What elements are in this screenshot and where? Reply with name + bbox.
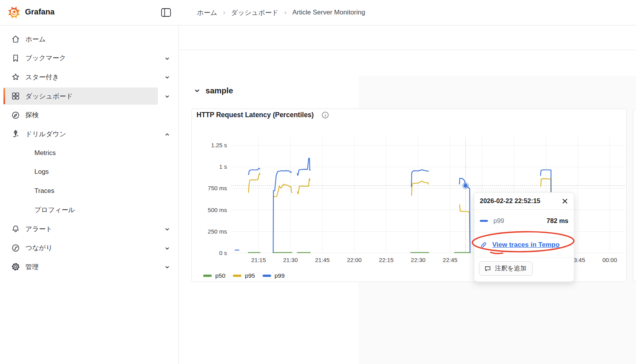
breadcrumb-separator: › xyxy=(223,9,225,16)
chevron-down-icon[interactable] xyxy=(164,93,170,100)
close-icon[interactable] xyxy=(561,198,568,205)
sidebar-item-label: プロフィール xyxy=(34,205,75,214)
sidebar-item-explore[interactable]: 探検 xyxy=(0,105,179,125)
sidebar-item-label: スター付き xyxy=(25,73,59,82)
section-title: sample xyxy=(205,86,233,95)
legend-item-p99[interactable]: p99 xyxy=(263,272,285,279)
app-title: Grafana xyxy=(25,7,55,16)
x-axis-tick: 22:30 xyxy=(411,257,426,263)
y-axis-tick: 1 s xyxy=(219,163,227,170)
sidebar-item-administration[interactable]: 管理 xyxy=(0,257,179,277)
x-axis-tick: 22:00 xyxy=(347,257,362,263)
p99-series-swatch xyxy=(480,220,488,222)
sidebar-item-label: Metrics xyxy=(34,149,56,157)
sidebar-item-label: 探検 xyxy=(25,111,39,120)
chevron-down-icon[interactable] xyxy=(164,226,170,232)
sidebar-item-label: アラート xyxy=(25,225,52,234)
breadcrumb-item-1[interactable]: ダッシュボード xyxy=(231,8,278,17)
tooltip-series-value: 782 ms xyxy=(547,217,568,225)
sidebar-item-bookmarks[interactable]: ブックマーク xyxy=(0,49,179,68)
breadcrumb-item-2: Article Server Monitoring xyxy=(293,9,365,16)
sidebar-toggle-icon[interactable] xyxy=(161,8,171,17)
legend-label: p95 xyxy=(245,272,255,279)
chart-tooltip: 2026-02-22 22:52:15 p99 782 ms View trac… xyxy=(474,192,574,282)
y-axis-tick: 250 ms xyxy=(208,228,227,235)
sidebar-item-home[interactable]: ホーム xyxy=(0,30,179,49)
sidebar-item-label: 管理 xyxy=(25,262,39,271)
sidebar-item-label: ホーム xyxy=(25,35,46,44)
x-axis-tick: 21:45 xyxy=(315,257,330,263)
dashboards-grid-icon xyxy=(11,91,20,101)
active-accent-bar xyxy=(4,88,5,105)
grafana-logo[interactable] xyxy=(7,5,21,20)
legend-label: p99 xyxy=(275,272,285,279)
y-axis-tick: 750 ms xyxy=(208,185,227,191)
x-axis-tick: 22:45 xyxy=(443,257,457,263)
add-annotation-label: 注釈を追加 xyxy=(495,264,526,273)
view-traces-link[interactable]: View traces in Tempo xyxy=(474,232,574,257)
gear-icon xyxy=(11,262,20,271)
sidebar-item-logs[interactable]: Logs xyxy=(0,162,179,182)
star-icon xyxy=(11,72,20,82)
add-annotation-button[interactable]: 注釈を追加 xyxy=(479,261,533,276)
bell-icon xyxy=(11,224,20,234)
tooltip-timestamp: 2026-02-22 22:52:15 xyxy=(480,197,540,205)
tooltip-series-row: p99 782 ms xyxy=(474,210,574,232)
home-icon xyxy=(11,34,20,44)
sidebar-item-drilldown[interactable]: ドリルダウン xyxy=(0,125,179,144)
x-axis-tick: 22:15 xyxy=(379,257,394,263)
sidebar-item-label: Logs xyxy=(34,168,49,176)
sidebar-item-connections[interactable]: つながり xyxy=(0,239,179,258)
chevron-down-icon[interactable] xyxy=(164,74,170,80)
sidebar-item-dashboards[interactable]: ダッシュボード xyxy=(0,87,179,106)
chevron-down-icon[interactable] xyxy=(164,55,170,62)
panel-title[interactable]: HTTP Request Latency (Percentiles) xyxy=(197,111,314,119)
legend-swatch-p95 xyxy=(233,275,241,277)
link-icon xyxy=(480,241,488,249)
plug-icon xyxy=(11,243,20,253)
sidebar-item-metrics[interactable]: Metrics xyxy=(0,144,179,163)
x-axis-tick: 21:30 xyxy=(283,257,298,263)
chart-legend: p50p95p99 xyxy=(203,272,285,279)
sidebar-item-alerting[interactable]: アラート xyxy=(0,219,179,239)
chevron-down-icon[interactable] xyxy=(164,264,170,270)
x-axis-tick: 00:00 xyxy=(602,257,617,263)
y-axis-tick: 500 ms xyxy=(208,207,227,213)
y-axis-tick: 0 s xyxy=(219,250,227,256)
toolbar-divider xyxy=(179,50,636,50)
info-icon[interactable] xyxy=(322,111,329,119)
chevron-up-icon[interactable] xyxy=(164,131,170,137)
chevron-down-icon[interactable] xyxy=(164,245,170,252)
breadcrumb-item-0[interactable]: ホーム xyxy=(197,8,217,17)
adjacent-panel-edge xyxy=(633,110,636,282)
y-axis-tick: 1.25 s xyxy=(211,142,227,148)
bookmark-icon xyxy=(11,54,20,63)
top-bar: Grafana ホーム›ダッシュボード›Article Server Monit… xyxy=(0,0,636,25)
sidebar-item-label: ダッシュボード xyxy=(25,92,73,101)
sidebar-nav: ホームブックマークスター付きダッシュボード探検ドリルダウンMetricsLogs… xyxy=(0,25,179,364)
legend-swatch-p50 xyxy=(203,275,212,277)
view-traces-link-label[interactable]: View traces in Tempo xyxy=(492,241,559,249)
compass-icon xyxy=(11,111,20,120)
legend-item-p95[interactable]: p95 xyxy=(233,272,255,279)
legend-swatch-p99 xyxy=(263,275,271,277)
sidebar-item-traces[interactable]: Traces xyxy=(0,182,179,201)
sidebar-item-starred[interactable]: スター付き xyxy=(0,68,179,87)
section-header-sample[interactable]: sample xyxy=(194,86,233,95)
breadcrumb-separator: › xyxy=(284,9,287,16)
sidebar-item-label: ブックマーク xyxy=(25,54,66,62)
chevron-down-icon xyxy=(194,87,200,94)
sidebar-item-profiles[interactable]: プロフィール xyxy=(0,200,179,219)
sidebar-item-label: つながり xyxy=(25,243,53,252)
tooltip-series-name: p99 xyxy=(493,217,504,225)
sidebar-item-label: ドリルダウン xyxy=(25,130,66,139)
legend-item-p50[interactable]: p50 xyxy=(203,272,225,279)
sidebar-item-label: Traces xyxy=(34,187,54,195)
drilldown-icon xyxy=(11,129,20,139)
breadcrumb: ホーム›ダッシュボード›Article Server Monitoring xyxy=(197,0,365,25)
comment-icon xyxy=(484,265,491,272)
legend-label: p50 xyxy=(215,272,225,279)
highlighted-point xyxy=(462,182,469,189)
x-axis-tick: 21:15 xyxy=(251,257,266,263)
